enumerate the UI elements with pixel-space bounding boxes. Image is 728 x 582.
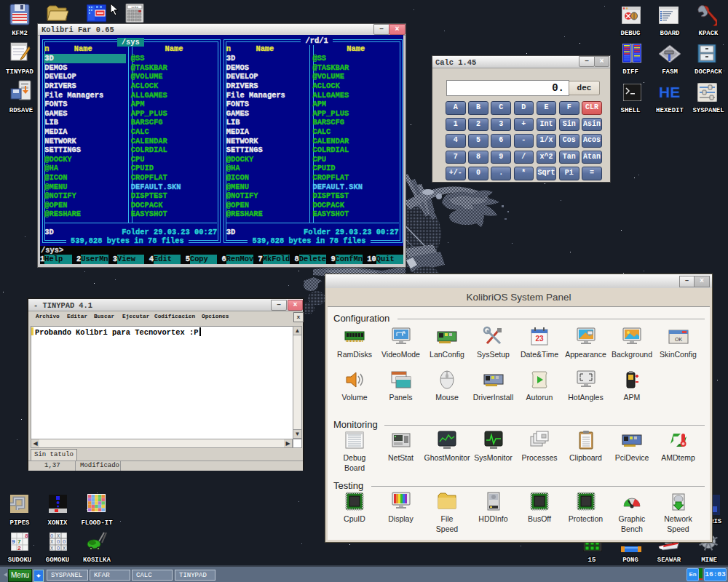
svg-text:O: O <box>63 539 66 545</box>
svg-text:O: O <box>57 539 60 545</box>
svg-text:8: 8 <box>25 533 28 539</box>
svg-text:O: O <box>57 546 60 551</box>
svg-text:1234: 1234 <box>131 6 138 9</box>
svg-text:O: O <box>50 533 53 539</box>
svg-text:9: 9 <box>12 538 15 545</box>
svg-text:2: 2 <box>17 545 21 551</box>
svg-text:OK: OK <box>674 337 681 342</box>
svg-text:7: 7 <box>17 538 21 545</box>
svg-text:23: 23 <box>535 335 544 343</box>
svg-text:HE: HE <box>659 84 680 100</box>
